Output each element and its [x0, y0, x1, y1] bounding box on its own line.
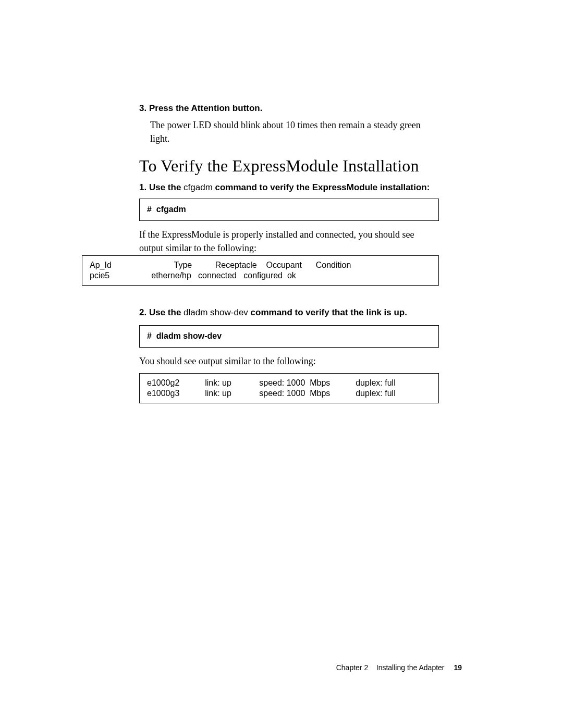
codebox-1: # cfgadm [139, 199, 439, 221]
section-heading-wrap: To Verify the ExpressModule Installation [139, 156, 439, 176]
output-2-wrap: e1000g2 link: up speed: 1000 Mbps duplex… [139, 373, 439, 403]
output-1: Ap_Id Type Receptacle Occupant Condition… [82, 255, 439, 286]
output-1-row: pcie5 etherne/hp connected configured ok [90, 271, 296, 280]
step-3-block: 3. Press the Attention button. The power… [139, 102, 439, 147]
verify-step-1-line: 1. Use the cfgadm command to verify the … [139, 181, 439, 194]
footer-page: 19 [454, 663, 462, 672]
verify-step-2: 2. Use the dladm show-dev command to ver… [139, 306, 439, 323]
verify-step-1-followup-wrap: If the ExpressModule is properly install… [139, 228, 439, 257]
output-2-row1: e1000g2 link: up speed: 1000 Mbps duplex… [147, 378, 396, 387]
verify-step-1-suffix: command to verify the ExpressModule inst… [213, 182, 430, 192]
verify-step-1-cmd: cfgadm [183, 182, 213, 192]
step-3-text: Press the Attention button. [149, 103, 263, 113]
output-2-row2: e1000g3 link: up speed: 1000 Mbps duplex… [147, 389, 396, 398]
verify-step-1-number: 1. [139, 182, 146, 192]
codebox-1-wrap: # cfgadm [139, 199, 439, 221]
page-footer: Chapter 2 Installing the Adapter 19 [336, 663, 462, 672]
codebox-1-text: # cfgadm [147, 205, 186, 214]
verify-step-2-line: 2. Use the dladm show-dev command to ver… [139, 306, 439, 319]
codebox-2: # dladm show-dev [139, 325, 439, 348]
page: 3. Press the Attention button. The power… [0, 0, 563, 728]
verify-step-1-prefix: Use the [149, 182, 183, 192]
section-heading: To Verify the ExpressModule Installation [139, 156, 439, 176]
verify-step-2-followup-wrap: You should see output similar to the fol… [139, 354, 439, 370]
codebox-2-wrap: # dladm show-dev [139, 325, 439, 348]
verify-step-2-number: 2. [139, 307, 146, 317]
verify-step-2-cmd: dladm show-dev [183, 307, 248, 317]
verify-step-1: 1. Use the cfgadm command to verify the … [139, 181, 439, 198]
output-1-header: Ap_Id Type Receptacle Occupant Condition [90, 261, 351, 269]
verify-step-2-suffix: command to verify that the link is up. [248, 307, 407, 317]
step-3-desc: The power LED should blink about 10 time… [150, 118, 439, 145]
verify-step-2-followup: You should see output similar to the fol… [139, 354, 439, 368]
output-2: e1000g2 link: up speed: 1000 Mbps duplex… [139, 373, 439, 403]
footer-title: Installing the Adapter [376, 663, 445, 672]
step-3-number: 3. [139, 103, 146, 113]
verify-step-1-followup: If the ExpressModule is properly install… [139, 228, 439, 255]
codebox-2-text: # dladm show-dev [147, 331, 222, 340]
footer-chapter: Chapter 2 [336, 663, 368, 672]
output-1-wrap: Ap_Id Type Receptacle Occupant Condition… [82, 255, 439, 286]
step-3-line: 3. Press the Attention button. [139, 102, 439, 115]
verify-step-2-prefix: Use the [149, 307, 183, 317]
